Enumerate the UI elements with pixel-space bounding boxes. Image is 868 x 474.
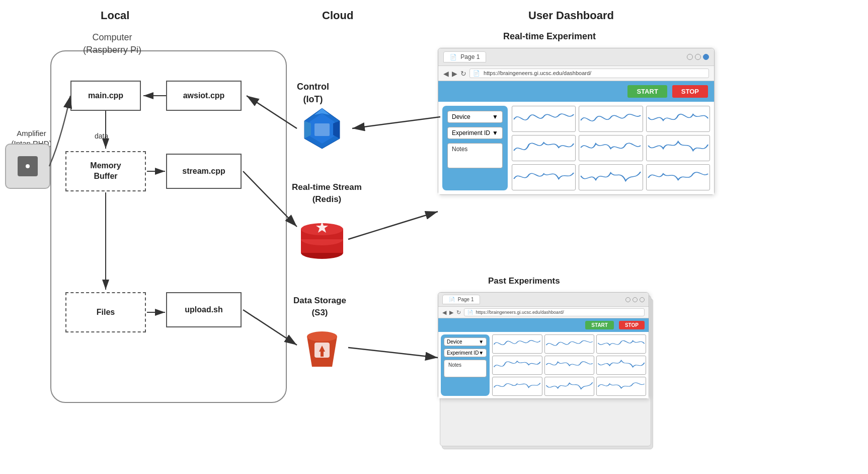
- past-dash-controls: Device ▼ Experiment ID ▼ Notes: [441, 334, 490, 396]
- chart-cell: [544, 377, 594, 396]
- awsiot-cpp-box: awsiot.cpp: [166, 81, 242, 111]
- chart-cell: [646, 164, 710, 190]
- browser-tab: 📄 Page 1: [443, 51, 486, 62]
- aws-iot-icon: [297, 106, 347, 151]
- label-local: Local: [101, 9, 129, 22]
- chart-cell: [579, 164, 643, 190]
- past-circle-1: [625, 297, 630, 302]
- chart-cell: [544, 356, 594, 375]
- svg-point-12: [307, 331, 337, 342]
- forward-btn[interactable]: ▶: [452, 70, 457, 78]
- past-browser-circles: [625, 297, 645, 302]
- past-dash-body: Device ▼ Experiment ID ▼ Notes: [438, 332, 649, 398]
- experiment-id-select[interactable]: Experiment ID ▼: [447, 127, 503, 139]
- past-back-btn[interactable]: ◀: [442, 309, 446, 316]
- files-box: Files: [65, 292, 146, 332]
- start-button[interactable]: START: [627, 85, 667, 98]
- s3-label: Data Storage(S3): [293, 295, 346, 319]
- back-btn[interactable]: ◀: [443, 70, 449, 78]
- svg-rect-2: [314, 123, 330, 136]
- past-browser-titlebar: 📄 Page 1: [438, 293, 649, 307]
- past-dash-toolbar: START STOP: [438, 318, 649, 332]
- svg-line-24: [352, 117, 440, 128]
- circle-1: [687, 54, 693, 60]
- redis-icon: [297, 217, 347, 262]
- url-bar: 📄 https://braingeneers.gi.ucsc.edu/dashb…: [469, 69, 709, 78]
- chart-cell: [512, 135, 576, 161]
- amplifier-box: [5, 144, 50, 189]
- upload-sh-box: upload.sh: [166, 292, 242, 327]
- chart-cell: [512, 164, 576, 190]
- browser-circles: [687, 54, 709, 60]
- rpi-label: Computer(Raspberry Pi): [83, 31, 141, 56]
- past-circle-2: [633, 297, 638, 302]
- browser-titlebar: 📄 Page 1: [438, 48, 714, 66]
- control-iot-label: Control(IoT): [297, 81, 329, 106]
- chart-cell: [544, 334, 594, 354]
- real-time-experiment-label: Real-time Experiment: [503, 31, 596, 42]
- stream-cpp-box: stream.cpp: [166, 154, 242, 189]
- browser-content: START STOP Device ▼ Experiment ID ▼ Note…: [438, 81, 714, 194]
- chart-cell: [646, 106, 710, 132]
- chart-cell: [646, 135, 710, 161]
- past-experiments-label: Past Experiments: [488, 276, 560, 286]
- circle-2: [695, 54, 701, 60]
- circle-3: [703, 54, 709, 60]
- chart-cell: [492, 334, 542, 354]
- browser-addressbar: ◀ ▶ ↻ 📄 https://braingeneers.gi.ucsc.edu…: [438, 66, 714, 81]
- diagram-container: Local Cloud User Dashboard Amplifier(Int…: [0, 0, 868, 474]
- dash-controls: Device ▼ Experiment ID ▼ Notes: [442, 106, 508, 190]
- svg-rect-15: [321, 352, 324, 357]
- redis-label: Real-time Stream(Redis): [292, 181, 362, 206]
- realtime-browser-window: 📄 Page 1 ◀ ▶ ↻ 📄 https://braingeneers.gi…: [438, 48, 715, 195]
- past-url-bar: 📄 https://braingeneers.gi.ucsc.edu/dashb…: [464, 308, 645, 316]
- chart-cell: [579, 106, 643, 132]
- past-charts-grid: [492, 334, 646, 396]
- main-cpp-box: main.cpp: [70, 81, 141, 111]
- past-browser-window: 📄 Page 1 ◀ ▶ ↻ 📄 https://braingeneers.gi…: [438, 292, 649, 399]
- refresh-btn[interactable]: ↻: [460, 70, 466, 78]
- memory-buffer-box: MemoryBuffer: [65, 151, 146, 191]
- data-label: data: [95, 132, 108, 140]
- past-browser-addressbar: ◀ ▶ ↻ 📄 https://braingeneers.gi.ucsc.edu…: [438, 307, 649, 318]
- label-dashboard: User Dashboard: [528, 9, 614, 22]
- dash-toolbar: START STOP: [438, 81, 714, 102]
- chart-cell: [596, 334, 646, 354]
- chart-cell: [512, 106, 576, 132]
- past-refresh-btn[interactable]: ↻: [456, 309, 461, 316]
- svg-line-26: [348, 212, 438, 239]
- s3-icon: [297, 326, 347, 372]
- past-forward-btn[interactable]: ▶: [449, 309, 453, 316]
- charts-grid: [512, 106, 710, 190]
- past-circle-3: [640, 297, 645, 302]
- chart-cell: [596, 356, 646, 375]
- label-cloud: Cloud: [322, 9, 353, 22]
- chart-cell: [492, 377, 542, 396]
- amplifier-inner: [18, 156, 38, 176]
- past-browser-tab: 📄 Page 1: [442, 295, 480, 304]
- notes-field[interactable]: Notes: [447, 143, 503, 168]
- chart-cell: [492, 356, 542, 375]
- amplifier-dot: [26, 164, 30, 168]
- past-device-select[interactable]: Device ▼: [444, 337, 487, 346]
- device-select[interactable]: Device ▼: [447, 111, 503, 123]
- past-notes-field[interactable]: Notes: [444, 360, 487, 377]
- svg-line-28: [348, 348, 438, 358]
- chart-cell: [579, 135, 643, 161]
- past-start-button[interactable]: START: [585, 321, 614, 329]
- url-text: https://braingeneers.gi.ucsc.edu/dashboa…: [484, 70, 591, 76]
- past-experiments-stack: 📄 Page 1 ◀ ▶ ↻ 📄 https://braingeneers.gi…: [438, 292, 649, 399]
- chart-cell: [596, 377, 646, 396]
- dash-body: Device ▼ Experiment ID ▼ Notes: [438, 102, 714, 194]
- past-stop-button[interactable]: STOP: [619, 321, 645, 329]
- past-experiment-id-select[interactable]: Experiment ID ▼: [444, 349, 487, 357]
- past-browser-content: START STOP Device ▼ Experiment ID ▼: [438, 318, 649, 398]
- stop-button[interactable]: STOP: [672, 85, 708, 98]
